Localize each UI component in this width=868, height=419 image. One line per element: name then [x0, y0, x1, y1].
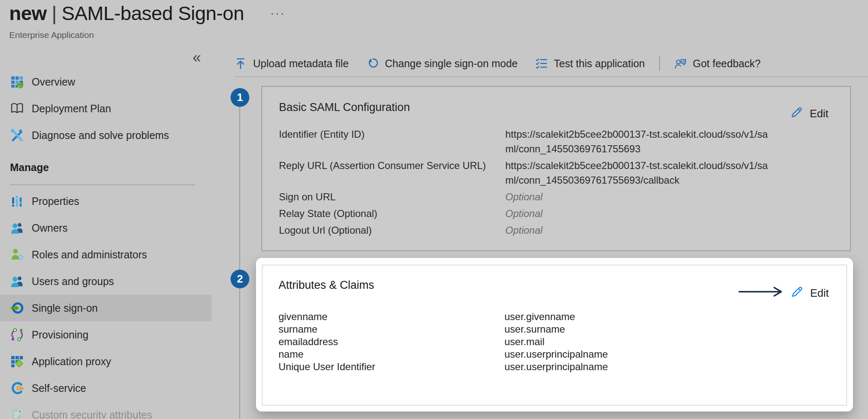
- sidebar-item-custom-security-attributes: Custom security attributes: [0, 401, 212, 419]
- config-row-label: name: [278, 348, 504, 361]
- pointer-arrow-icon: [738, 286, 783, 300]
- section-title: Basic SAML Configuration: [279, 101, 410, 114]
- saml-config-rows: Identifier (Entity ID)https://scalekit2b…: [279, 127, 772, 237]
- diagnose-tools-icon: [10, 128, 24, 142]
- config-row-value: https://scalekit2b5cee2b000137-tst.scale…: [505, 127, 772, 156]
- config-row-value: https://scalekit2b5cee2b000137-tst.scale…: [505, 158, 772, 187]
- config-row-value: Optional: [505, 206, 772, 221]
- sidebar-item-label: Users and groups: [32, 275, 114, 288]
- custom-security-attributes-icon: [10, 408, 24, 419]
- sidebar-item-label: Properties: [32, 195, 79, 207]
- pencil-icon: [790, 106, 803, 121]
- edit-label: Edit: [810, 287, 829, 300]
- sidebar-item-label: Diagnose and solve problems: [32, 129, 169, 141]
- page-subtitle: Enterprise Application: [9, 30, 94, 40]
- edit-attributes-claims-button[interactable]: Edit: [791, 285, 829, 301]
- toolbar-button-upload-metadata-file[interactable]: Upload metadata file: [234, 57, 349, 70]
- undo-arrow-icon: [366, 57, 379, 70]
- sidebar-item-users-and-groups[interactable]: Users and groups: [0, 268, 212, 295]
- edit-basic-saml-button[interactable]: Edit: [790, 106, 828, 121]
- section-title: Attributes & Claims: [278, 279, 374, 292]
- sidebar-item-owners[interactable]: Owners: [0, 215, 212, 241]
- config-row-label: Identifier (Entity ID): [279, 127, 505, 156]
- app-name: new: [9, 2, 47, 24]
- sidebar-section-heading: Manage: [0, 161, 212, 174]
- sidebar-item-roles-and-administrators[interactable]: Roles and administrators: [0, 241, 212, 268]
- sidebar-collapse-icon[interactable]: «: [193, 50, 201, 65]
- sidebar-item-self-service[interactable]: Self-service: [0, 375, 212, 401]
- config-row-label: Sign on URL: [279, 189, 505, 204]
- overview-icon: [10, 75, 24, 89]
- self-service-key-icon: [10, 381, 24, 395]
- step-connector-line: [239, 107, 240, 270]
- config-row-value: user.userprincipalname: [504, 361, 608, 373]
- roles-admin-icon: [10, 247, 24, 262]
- config-row-value: user.givenname: [504, 310, 608, 323]
- single-sign-on-icon: [10, 301, 24, 315]
- config-row-value: Optional: [505, 223, 772, 237]
- users-groups-icon: [10, 274, 24, 288]
- toolbar-divider: [659, 56, 660, 71]
- sidebar-item-application-proxy[interactable]: Application proxy: [0, 348, 212, 375]
- sidebar-item-label: Single sign-on: [32, 302, 98, 314]
- provisioning-icon: [10, 328, 24, 342]
- toolbar-button-label: Test this application: [554, 58, 645, 70]
- toolbar-button-label: Got feedback?: [693, 58, 761, 70]
- sidebar-item-label: Deployment Plan: [32, 103, 111, 115]
- command-bar: Upload metadata fileChange single sign-o…: [234, 52, 760, 75]
- owners-people-icon: [10, 221, 24, 235]
- feedback-person-icon: [674, 57, 687, 70]
- upload-icon: [234, 57, 247, 70]
- basic-saml-configuration-section: Basic SAML Configuration Edit Identifier…: [261, 86, 851, 251]
- config-row-value: user.userprincipalname: [504, 348, 608, 361]
- toolbar-button-label: Upload metadata file: [253, 58, 349, 70]
- sidebar-item-deployment-plan[interactable]: Deployment Plan: [0, 95, 212, 122]
- more-options-icon[interactable]: ···: [270, 6, 285, 20]
- application-proxy-icon: [10, 354, 24, 369]
- page-title: new|SAML-based Sign-on: [9, 2, 244, 25]
- sidebar-item-single-sign-on[interactable]: Single sign-on: [0, 295, 212, 321]
- attributes-claims-section: Attributes & Claims Edit givennameuser.g…: [256, 258, 853, 411]
- title-separator: |: [52, 2, 57, 24]
- step-connector-line: [239, 288, 240, 419]
- toolbar-button-label: Change single sign-on mode: [385, 58, 517, 70]
- sidebar-item-diagnose-and-solve-problems[interactable]: Diagnose and solve problems: [0, 122, 212, 149]
- config-row-value: Optional: [505, 189, 772, 204]
- checklist-icon: [535, 57, 548, 70]
- step-1-badge: 1: [231, 88, 249, 107]
- step-2-badge: 2: [231, 270, 249, 288]
- sidebar-item-label: Overview: [32, 76, 75, 88]
- pencil-icon: [791, 285, 803, 301]
- config-row-value: user.mail: [504, 336, 608, 348]
- sidebar-item-label: Self-service: [32, 382, 86, 394]
- page-name: SAML-based Sign-on: [62, 2, 244, 24]
- sidebar-nav: OverviewDeployment PlanDiagnose and solv…: [0, 68, 212, 419]
- attribute-claim-rows: givennameuser.givennamesurnameuser.surna…: [278, 310, 608, 373]
- config-row-label: Relay State (Optional): [279, 206, 505, 221]
- toolbar-button-got-feedback[interactable]: Got feedback?: [674, 57, 761, 70]
- sidebar-item-label: Application proxy: [32, 356, 111, 368]
- sidebar-item-label: Owners: [32, 222, 68, 234]
- saml-sign-on-page: new|SAML-based Sign-on ··· Enterprise Ap…: [0, 0, 868, 419]
- config-row-label: Unique User Identifier: [278, 361, 504, 373]
- sidebar-item-label: Provisioning: [32, 329, 88, 341]
- config-row-label: surname: [278, 323, 504, 336]
- config-row-label: emailaddress: [278, 336, 504, 348]
- edit-label: Edit: [810, 107, 828, 120]
- toolbar-button-change-single-sign-on-mode[interactable]: Change single sign-on mode: [366, 57, 517, 70]
- toolbar-button-test-this-application[interactable]: Test this application: [535, 57, 645, 70]
- deployment-plan-icon: [10, 101, 24, 116]
- config-row-label: Logout Url (Optional): [279, 223, 505, 237]
- sidebar-item-provisioning[interactable]: Provisioning: [0, 321, 212, 348]
- sidebar-item-label: Roles and administrators: [32, 249, 147, 261]
- properties-icon: [10, 194, 24, 208]
- sidebar-section-divider: [10, 184, 195, 185]
- config-row-label: Reply URL (Assertion Consumer Service UR…: [279, 158, 505, 187]
- sidebar-item-overview[interactable]: Overview: [0, 68, 212, 95]
- config-row-label: givenname: [278, 310, 504, 323]
- config-row-value: user.surname: [504, 323, 608, 336]
- command-bar-divider: [234, 76, 868, 77]
- sidebar-item-properties[interactable]: Properties: [0, 188, 212, 215]
- sidebar-item-label: Custom security attributes: [32, 409, 152, 419]
